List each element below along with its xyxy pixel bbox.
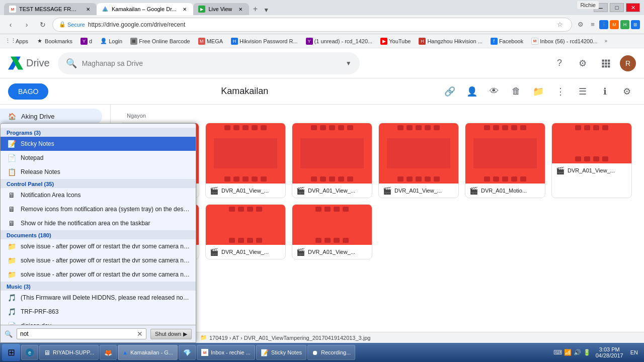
list-view-icon[interactable]: ☰ bbox=[574, 82, 592, 101]
result-item-solve-1[interactable]: 📁 solve issue - after power off or resta… bbox=[1, 239, 196, 253]
chrome-apps-icon[interactable]: ⋮ bbox=[599, 20, 608, 29]
shutdown-button[interactable]: Shut down ▶ bbox=[150, 329, 192, 339]
chrome-menu-icon[interactable]: ≡ bbox=[587, 19, 598, 30]
user-avatar[interactable]: R bbox=[620, 55, 636, 71]
supp-icon: 🖥 bbox=[44, 349, 50, 356]
taskbar-supp[interactable]: 🖥 RIYADH-SUPP... bbox=[39, 345, 99, 360]
address-bar[interactable]: 🔒 Secure https://drive.google.com/drive/… bbox=[52, 18, 572, 32]
inbox-icon: M bbox=[531, 38, 538, 45]
start-search-input[interactable] bbox=[20, 330, 137, 337]
forward-button[interactable]: › bbox=[20, 18, 33, 31]
result-item-firmware[interactable]: 🎵 (This Firmware will Delete HIDDNS, ple… bbox=[1, 291, 196, 305]
apps-grid-icon[interactable] bbox=[597, 54, 615, 72]
bookmark-bookmarks[interactable]: ★ Bookmarks bbox=[33, 37, 75, 46]
notepad-icon: 📄 bbox=[7, 153, 17, 163]
back-button[interactable]: ‹ bbox=[4, 18, 17, 31]
tab-liveview[interactable]: ▶ Live View ✕ bbox=[193, 3, 249, 15]
ext-icon-1[interactable]: M bbox=[610, 20, 619, 29]
start-button[interactable]: ⊞ bbox=[2, 344, 20, 361]
file-card-8[interactable]: 🎬 DVR_A01_View_... bbox=[292, 204, 372, 259]
file-card-3[interactable]: 🎬 DVR_A01_View_... bbox=[378, 123, 459, 198]
share-person-icon[interactable]: 👤 bbox=[463, 82, 481, 101]
maximize-button[interactable]: □ bbox=[610, 3, 624, 12]
folder-icon[interactable]: 📁 bbox=[529, 82, 547, 101]
taskbar-sticky[interactable]: 📝 Sticky Notes bbox=[256, 345, 306, 360]
bookmark-star-icon[interactable]: ☆ bbox=[554, 19, 566, 30]
tab-gmail[interactable]: M TEST MESSAGE FROM: E... ✕ bbox=[4, 3, 97, 15]
result-release-notes-label: Release Notes bbox=[21, 168, 190, 175]
digicap-icon: 📄 bbox=[7, 321, 17, 325]
system-clock[interactable]: 3:03 PM 04/28/2017 bbox=[593, 345, 626, 359]
file-card-7[interactable]: 🎬 DVR_A01_View_... bbox=[205, 204, 286, 259]
bookmark-yahoo-unread[interactable]: Y (1 unread) - rcd_1420... bbox=[303, 37, 376, 46]
result-item-notepad[interactable]: 📄 Notepad bbox=[1, 151, 196, 165]
help-icon[interactable]: ? bbox=[550, 54, 569, 72]
release-notes-icon: 📋 bbox=[7, 167, 17, 177]
extensions-icon[interactable]: ⚙ bbox=[575, 19, 586, 30]
search-dropdown-icon[interactable]: ▼ bbox=[346, 60, 352, 67]
preview-icon[interactable]: 👁 bbox=[485, 82, 503, 101]
tab-gdrive-close[interactable]: ✕ bbox=[181, 6, 188, 13]
drive-settings-icon[interactable]: ⚙ bbox=[618, 82, 636, 101]
bookmark-login[interactable]: 👤 Login bbox=[97, 37, 125, 46]
search-input[interactable] bbox=[82, 59, 341, 67]
keyboard-lang[interactable]: EN bbox=[628, 348, 640, 356]
taskbar-ie[interactable]: e bbox=[21, 345, 38, 360]
taskbar-diamond[interactable]: 💎 bbox=[179, 345, 196, 360]
bookmark-apps[interactable]: ⋮⋮ Apps bbox=[4, 37, 31, 46]
sidebar-item-my-drive[interactable]: 🏠 Aking Drive bbox=[0, 109, 102, 124]
more-actions-icon[interactable]: ⋮ bbox=[551, 82, 570, 101]
bookmark-inbox[interactable]: M Inbox (56) - rcd14200... bbox=[528, 37, 600, 46]
result-item-trf[interactable]: 🎵 TRF-PRF-863 bbox=[1, 305, 196, 319]
result-item-show-hide[interactable]: 🖥 Show or hide the notification area on … bbox=[1, 216, 196, 230]
file-card-1[interactable]: 🎬 DVR_A01_View_... bbox=[205, 123, 286, 198]
result-item-solve-2[interactable]: 📁 solve issue - after power off or resta… bbox=[1, 253, 196, 267]
toolbar-actions: 🔗 👤 👁 🗑 📁 ⋮ ☰ ℹ ⚙ bbox=[441, 82, 636, 101]
new-tab-button[interactable]: + bbox=[249, 3, 261, 15]
tab-gdrive[interactable]: Kamakailan – Google Dr... ✕ bbox=[97, 3, 193, 15]
result-item-notif-icons[interactable]: 🖥 Notification Area Icons bbox=[1, 188, 196, 202]
bookmark-hikvision-pw[interactable]: H Hikvision Password R... bbox=[228, 37, 301, 46]
info-icon[interactable]: ℹ bbox=[596, 82, 614, 101]
drive-toolbar: BAGO Kamakailan 🔗 👤 👁 🗑 📁 ⋮ ☰ ℹ ⚙ bbox=[0, 78, 644, 105]
share-link-icon[interactable]: 🔗 bbox=[441, 82, 459, 101]
bookmarks-more-button[interactable]: » bbox=[603, 37, 610, 45]
taskbar-recording[interactable]: ⏺ Recording... bbox=[307, 345, 355, 360]
file-card-2[interactable]: 🎬 DVR_A01_View_... bbox=[292, 123, 372, 198]
new-button[interactable]: BAGO bbox=[8, 83, 48, 100]
settings-icon[interactable]: ⚙ bbox=[574, 54, 592, 72]
bookmark-barcode[interactable]: ▦ Free Online Barcode bbox=[127, 37, 193, 46]
close-button[interactable]: ✕ bbox=[626, 3, 640, 12]
result-item-sticky-notes[interactable]: 📝 Sticky Notes bbox=[1, 137, 196, 151]
file-card-4[interactable]: 🎬 DVR_A01_Motio... bbox=[465, 123, 545, 198]
file-card-5[interactable]: 🎬 DVR_A01_View_... bbox=[551, 123, 632, 198]
file-path-icon: 📁 bbox=[200, 334, 207, 341]
start-menu-results: Programs (3) 📝 Sticky Notes 📄 Notepad 📋 … bbox=[1, 124, 196, 325]
recording-icon: ⏺ bbox=[312, 349, 318, 356]
ext-icon-2[interactable]: H bbox=[620, 20, 629, 29]
drive-search-bar[interactable]: 🔍 ▼ bbox=[58, 52, 360, 74]
taskbar-firefox[interactable]: 🦊 bbox=[100, 345, 117, 360]
ext-icon-3[interactable]: ⊞ bbox=[631, 20, 640, 29]
result-item-digicap[interactable]: 📄 digicap.dav bbox=[1, 319, 196, 325]
user-profile-label[interactable]: Richie bbox=[577, 1, 599, 9]
result-item-solve-3[interactable]: 📁 solve issue - after power off or resta… bbox=[1, 267, 196, 282]
result-item-remove-icons[interactable]: 🖥 Remove icons from notification area (s… bbox=[1, 202, 196, 216]
bookmark-youtube[interactable]: ▶ YouTube bbox=[377, 37, 414, 46]
taskbar-gdrive[interactable]: ▲ Kamakailan - G... bbox=[118, 345, 178, 360]
tab-liveview-close[interactable]: ✕ bbox=[237, 6, 244, 13]
bookmark-yahoo-unread-label: (1 unread) - rcd_1420... bbox=[314, 38, 373, 44]
tab-gmail-close[interactable]: ✕ bbox=[85, 6, 92, 13]
tab-list-button[interactable]: ▼ bbox=[261, 5, 271, 15]
bookmark-hangzhou[interactable]: H Hangzhou Hikvision ... bbox=[416, 37, 485, 46]
bookmark-facebook[interactable]: f Facebook bbox=[488, 37, 526, 46]
reload-button[interactable]: ↻ bbox=[36, 18, 49, 31]
search-clear-button[interactable]: ✕ bbox=[137, 330, 143, 338]
bookmark-mega[interactable]: M MEGA bbox=[195, 37, 226, 46]
result-item-release-notes[interactable]: 📋 Release Notes bbox=[1, 165, 196, 179]
delete-icon[interactable]: 🗑 bbox=[507, 82, 525, 101]
bookmarks-star-icon: ★ bbox=[36, 38, 43, 45]
bookmark-yahoo-d[interactable]: Y d bbox=[77, 37, 95, 46]
sidebar-home-icon: 🏠 bbox=[8, 113, 16, 120]
taskbar-inbox[interactable]: M Inbox - rechie ... bbox=[197, 345, 255, 360]
